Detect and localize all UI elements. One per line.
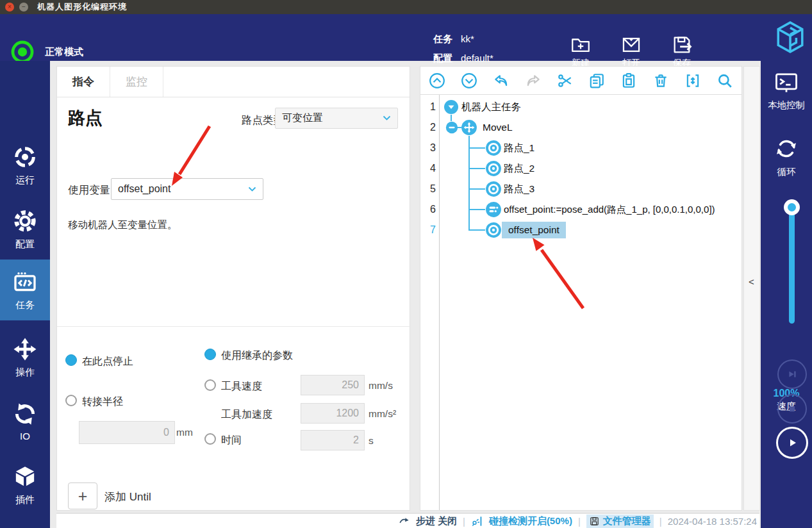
collision-detect-status[interactable]: 碰撞检测开启(50%) [489, 515, 572, 527]
sidebar-item-run[interactable]: 运行 [0, 135, 50, 195]
redo-button[interactable] [524, 72, 542, 90]
new-task-button[interactable]: 新建 [560, 34, 601, 69]
local-control-button[interactable]: 本地控制 [761, 71, 812, 111]
instruction-description: 移动机器人至变量位置。 [68, 219, 178, 232]
tab-monitor[interactable]: 监控 [110, 67, 163, 97]
stop-button[interactable] [777, 394, 807, 424]
step-mode-status[interactable]: 步进 关闭 [416, 515, 457, 527]
step-forward-button[interactable] [777, 359, 807, 389]
window-close-button[interactable]: × [5, 3, 14, 12]
sidebar-item-config[interactable]: 配置 [0, 199, 50, 260]
circle-down-icon [461, 72, 477, 89]
tool-accel-input[interactable]: 1200 [301, 403, 365, 424]
circle-up-icon [429, 72, 445, 89]
waypoint-icon[interactable] [485, 181, 502, 197]
use-variable-label: 使用变量 [68, 183, 110, 197]
run-target-icon [12, 144, 38, 170]
waypoint-type-dropdown[interactable]: 可变位置 [275, 108, 398, 129]
collapse-minus-icon[interactable] [445, 121, 458, 134]
line-number: 4 [420, 163, 436, 174]
plugin-cube-icon [12, 464, 38, 490]
add-until-button[interactable]: + [68, 483, 97, 509]
line-number: 3 [420, 142, 436, 154]
window-minimize-button[interactable]: − [19, 3, 28, 12]
skip-icon [785, 367, 799, 381]
tree-row-offset-point-selected[interactable]: offset_point [502, 222, 566, 238]
config-label: 配置 [433, 53, 455, 65]
move-up-button[interactable] [428, 72, 446, 90]
copy-icon [588, 72, 605, 89]
undo-button[interactable] [492, 72, 510, 90]
cut-button[interactable] [556, 72, 574, 90]
expand-icon[interactable] [443, 99, 459, 115]
stop-here-label: 在此点停止 [82, 355, 133, 368]
sidebar-item-task[interactable]: 任务 [0, 260, 50, 320]
tree-collapse-strip[interactable]: < [743, 66, 760, 511]
tree-row-main-task[interactable]: 机器人主任务 [461, 101, 521, 114]
time-input[interactable]: 2 [301, 430, 365, 450]
save-task-button[interactable]: 保存 [661, 34, 702, 69]
tree-row-waypoint1[interactable]: 路点_1 [504, 142, 534, 155]
task-tree: 1 2 3 4 5 6 7 机器人主任务 MoveL [420, 95, 742, 510]
status-divider: | [659, 516, 662, 527]
time-label: 时间 [221, 434, 242, 447]
tab-instruction[interactable]: 指令 [57, 67, 110, 97]
replace-fit-button[interactable] [684, 72, 702, 90]
move-down-button[interactable] [460, 72, 478, 90]
loop-button[interactable]: 循环 [761, 136, 812, 178]
tree-row-waypoint2[interactable]: 路点_2 [504, 162, 534, 176]
speed-slider-track[interactable] [789, 207, 795, 324]
terminal-icon [774, 71, 799, 94]
status-divider: | [463, 516, 465, 527]
play-button[interactable] [776, 427, 808, 459]
variable-assign-icon[interactable] [485, 201, 502, 218]
open-task-button[interactable]: 打开 [611, 34, 652, 69]
inherit-params-label: 使用继承的参数 [221, 349, 293, 363]
blend-radius-input[interactable]: 0 [79, 421, 175, 444]
task-label: 任务 [433, 33, 455, 45]
search-button[interactable] [716, 72, 734, 90]
blend-radius-radio[interactable] [65, 395, 77, 406]
waypoint-icon[interactable] [485, 140, 502, 156]
sidebar-item-plugin[interactable]: 插件 [0, 454, 50, 515]
collision-detect-icon [471, 515, 483, 527]
mode-label: 正常模式 [45, 46, 83, 58]
stop-here-radio[interactable] [65, 354, 77, 366]
chevron-down-icon [383, 115, 391, 121]
sidebar-item-operate[interactable]: IO 操作 [0, 327, 50, 388]
use-variable-dropdown[interactable]: offset_point [111, 178, 263, 200]
close-icon: × [8, 4, 12, 10]
file-manager-button[interactable]: 文件管理器 [586, 515, 654, 528]
stop-icon [785, 402, 799, 416]
status-datetime: 2024-04-18 13:57:24 [668, 516, 757, 527]
collapse-chevron-icon: < [749, 276, 754, 287]
time-radio[interactable] [204, 433, 216, 445]
status-divider: | [578, 516, 581, 527]
tool-speed-input[interactable]: 250 [301, 375, 365, 395]
tool-speed-label: 工具速度 [221, 380, 262, 393]
bracket-swap-icon [684, 72, 701, 89]
copy-button[interactable] [588, 72, 606, 90]
brand-logo-icon [774, 19, 806, 55]
waypoint-icon[interactable] [485, 160, 502, 177]
tree-row-pose-add[interactable]: offset_point:=pose_add(路点_1_p, [0,0,0.1,… [504, 204, 715, 216]
chevron-down-icon [248, 186, 256, 192]
step-mode-icon [398, 515, 410, 527]
tree-row-waypoint3[interactable]: 路点_3 [504, 183, 534, 196]
gutter-divider [439, 95, 440, 510]
window-title: 机器人图形化编程环境 [37, 1, 127, 13]
movel-icon[interactable] [461, 119, 477, 136]
speed-slider-thumb[interactable] [784, 199, 800, 215]
delete-button[interactable] [652, 72, 670, 90]
sidebar-item-io[interactable]: IO [0, 391, 50, 452]
paste-button[interactable] [620, 72, 638, 90]
waypoint-icon[interactable] [485, 222, 502, 238]
new-folder-icon [570, 34, 592, 56]
minimize-icon: − [22, 4, 26, 10]
search-icon [717, 72, 733, 89]
inherit-params-radio[interactable] [204, 349, 216, 360]
tree-row-movel[interactable]: MoveL [483, 122, 513, 133]
tool-speed-radio[interactable] [204, 379, 216, 391]
task-code-icon [12, 269, 38, 295]
tool-speed-unit: mm/s [369, 380, 393, 392]
